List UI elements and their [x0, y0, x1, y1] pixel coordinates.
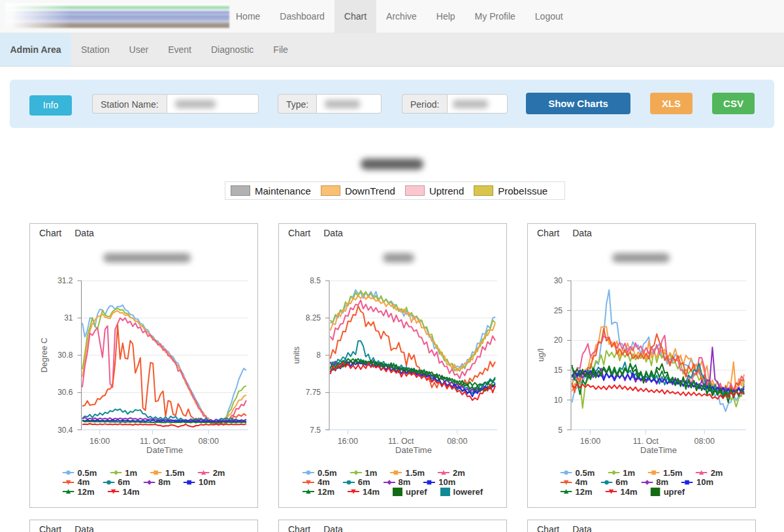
svg-text:16:00: 16:00: [338, 437, 358, 446]
svg-text:8.5: 8.5: [310, 276, 321, 285]
svg-text:08:00: 08:00: [199, 437, 219, 446]
svg-text:7.5: 7.5: [310, 426, 321, 435]
svg-text:5: 5: [558, 426, 563, 435]
svg-text:16:00: 16:00: [90, 437, 110, 446]
svg-text:15: 15: [554, 366, 563, 375]
svg-text:DateTime: DateTime: [146, 445, 183, 455]
svg-text:31: 31: [64, 313, 73, 322]
svg-text:25: 25: [554, 306, 563, 315]
svg-text:11. Oct: 11. Oct: [633, 437, 659, 446]
svg-text:30: 30: [554, 276, 563, 285]
svg-text:DateTime: DateTime: [395, 445, 432, 455]
svg-text:Degree C: Degree C: [40, 337, 49, 373]
svg-text:30.6: 30.6: [57, 388, 73, 397]
svg-text:08:00: 08:00: [447, 437, 467, 446]
svg-text:08:00: 08:00: [694, 437, 715, 446]
svg-text:16:00: 16:00: [580, 437, 600, 446]
svg-text:11. Oct: 11. Oct: [388, 437, 414, 446]
svg-text:DateTime: DateTime: [640, 445, 677, 455]
svg-text:11. Oct: 11. Oct: [140, 437, 166, 446]
svg-text:30.4: 30.4: [57, 426, 73, 435]
svg-text:20: 20: [554, 336, 563, 345]
svg-text:8.25: 8.25: [306, 313, 321, 322]
svg-text:7.75: 7.75: [306, 388, 321, 397]
svg-text:31.2: 31.2: [57, 276, 73, 285]
svg-text:ug/l: ug/l: [536, 349, 546, 362]
svg-text:8: 8: [316, 351, 321, 360]
svg-text:10: 10: [554, 396, 563, 405]
svg-text:30.8: 30.8: [57, 351, 73, 360]
svg-text:units: units: [292, 347, 301, 364]
